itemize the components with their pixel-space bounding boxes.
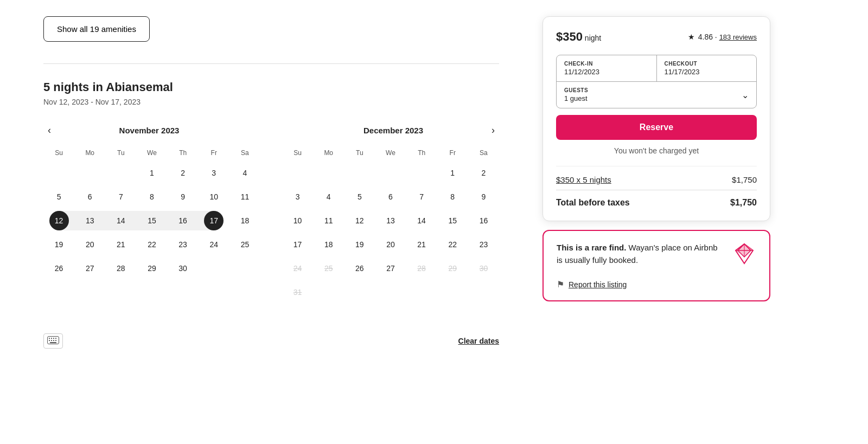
- table-row[interactable]: 11: [313, 209, 344, 233]
- guests-row[interactable]: GUESTS 1 guest ⌄: [557, 82, 756, 108]
- table-row[interactable]: 1: [437, 161, 468, 185]
- nights-price-line: $350 x 5 nights $1,750: [556, 175, 757, 184]
- december-grid: Su Mo Tu We Th Fr Sa 1234567891011121314…: [282, 147, 499, 304]
- guests-label: GUESTS: [564, 87, 588, 93]
- table-row[interactable]: 28: [406, 256, 437, 280]
- table-row[interactable]: 15: [136, 209, 167, 233]
- november-grid: Su Mo Tu We Th Fr Sa 1234567891011121314…: [43, 147, 260, 280]
- table-row[interactable]: 16: [468, 209, 499, 233]
- table-row[interactable]: 8: [136, 185, 167, 209]
- table-row[interactable]: 4: [229, 161, 260, 185]
- table-row[interactable]: 19: [344, 233, 375, 256]
- table-row[interactable]: 7: [406, 185, 437, 209]
- table-row[interactable]: 20: [375, 233, 406, 256]
- dates-row: CHECK-IN 11/12/2023 CHECKOUT 11/17/2023: [557, 55, 756, 82]
- december-header: December 2023 ›: [282, 123, 499, 138]
- table-row: [468, 280, 499, 304]
- diamond-icon: [732, 242, 756, 271]
- table-row[interactable]: 19: [43, 233, 74, 256]
- table-row[interactable]: 18: [229, 209, 260, 233]
- november-label: November 2023: [119, 126, 180, 135]
- table-row[interactable]: 12: [43, 209, 74, 233]
- keyboard-icon[interactable]: [43, 333, 63, 349]
- table-row[interactable]: 25: [313, 256, 344, 280]
- table-row[interactable]: 8: [437, 185, 468, 209]
- table-row[interactable]: 30: [168, 256, 199, 280]
- weekday-mo: Mo: [74, 147, 105, 161]
- nights-breakdown-link[interactable]: $350 x 5 nights: [556, 175, 611, 184]
- table-row[interactable]: 1: [136, 161, 167, 185]
- show-amenities-button[interactable]: Show all 19 amenities: [43, 16, 150, 42]
- table-row[interactable]: 23: [168, 233, 199, 256]
- table-row[interactable]: 22: [136, 233, 167, 256]
- table-row[interactable]: 9: [168, 185, 199, 209]
- table-row[interactable]: 9: [468, 185, 499, 209]
- table-row[interactable]: 6: [74, 185, 105, 209]
- table-row[interactable]: 15: [437, 209, 468, 233]
- price-display: $350 night: [556, 30, 601, 44]
- svg-rect-6: [51, 340, 52, 341]
- table-row[interactable]: 14: [406, 209, 437, 233]
- table-row[interactable]: 7: [105, 185, 136, 209]
- table-row[interactable]: 5: [43, 185, 74, 209]
- table-row[interactable]: 2: [468, 161, 499, 185]
- table-row[interactable]: 6: [375, 185, 406, 209]
- dec-weekday-su: Su: [282, 147, 313, 161]
- prev-month-button[interactable]: ‹: [43, 123, 55, 138]
- reserve-button[interactable]: Reserve: [556, 115, 757, 140]
- table-row: [282, 161, 313, 185]
- svg-rect-5: [49, 340, 50, 341]
- table-row[interactable]: 29: [136, 256, 167, 280]
- clear-dates-button[interactable]: Clear dates: [458, 337, 499, 345]
- table-row[interactable]: 10: [282, 209, 313, 233]
- table-row[interactable]: 21: [406, 233, 437, 256]
- table-row[interactable]: 21: [105, 233, 136, 256]
- table-row[interactable]: 27: [375, 256, 406, 280]
- table-row[interactable]: 13: [74, 209, 105, 233]
- total-price-line: Total before taxes $1,750: [556, 190, 757, 208]
- table-row[interactable]: 26: [344, 256, 375, 280]
- table-row[interactable]: 17: [282, 233, 313, 256]
- table-row: [344, 280, 375, 304]
- reviews-link[interactable]: 183 reviews: [719, 33, 757, 41]
- table-row: [105, 161, 136, 185]
- december-label: December 2023: [363, 126, 423, 135]
- table-row: [375, 280, 406, 304]
- table-row: [74, 161, 105, 185]
- table-row[interactable]: 5: [344, 185, 375, 209]
- table-row[interactable]: 2: [168, 161, 199, 185]
- table-row[interactable]: 3: [282, 185, 313, 209]
- table-row[interactable]: 28: [105, 256, 136, 280]
- table-row[interactable]: 11: [229, 185, 260, 209]
- checkin-field[interactable]: CHECK-IN 11/12/2023: [557, 55, 657, 81]
- table-row[interactable]: 25: [229, 233, 260, 256]
- rare-find-bold: This is a rare find.: [557, 243, 626, 252]
- table-row[interactable]: 17: [199, 209, 229, 233]
- table-row[interactable]: 30: [468, 256, 499, 280]
- weekday-su: Su: [43, 147, 74, 161]
- table-row[interactable]: 12: [344, 209, 375, 233]
- table-row[interactable]: 31: [282, 280, 313, 304]
- table-row[interactable]: 16: [168, 209, 199, 233]
- table-row[interactable]: 22: [437, 233, 468, 256]
- rating-value: 4.86: [698, 33, 713, 41]
- table-row[interactable]: 20: [74, 233, 105, 256]
- table-row[interactable]: 18: [313, 233, 344, 256]
- table-row[interactable]: 13: [375, 209, 406, 233]
- table-row[interactable]: 24: [199, 233, 229, 256]
- table-row[interactable]: 4: [313, 185, 344, 209]
- november-calendar: ‹ November 2023 Su Mo Tu We Th Fr Sa: [43, 123, 260, 304]
- table-row[interactable]: 27: [74, 256, 105, 280]
- checkout-field[interactable]: CHECKOUT 11/17/2023: [657, 55, 757, 81]
- table-row[interactable]: 3: [199, 161, 229, 185]
- next-month-button[interactable]: ›: [487, 123, 499, 138]
- table-row: [406, 280, 437, 304]
- table-row[interactable]: 10: [199, 185, 229, 209]
- table-row[interactable]: 29: [437, 256, 468, 280]
- table-row[interactable]: 23: [468, 233, 499, 256]
- table-row[interactable]: 14: [105, 209, 136, 233]
- report-listing-link[interactable]: Report this listing: [569, 280, 627, 289]
- table-row[interactable]: 26: [43, 256, 74, 280]
- price-breakdown: $350 x 5 nights $1,750 Total before taxe…: [556, 166, 757, 208]
- table-row[interactable]: 24: [282, 256, 313, 280]
